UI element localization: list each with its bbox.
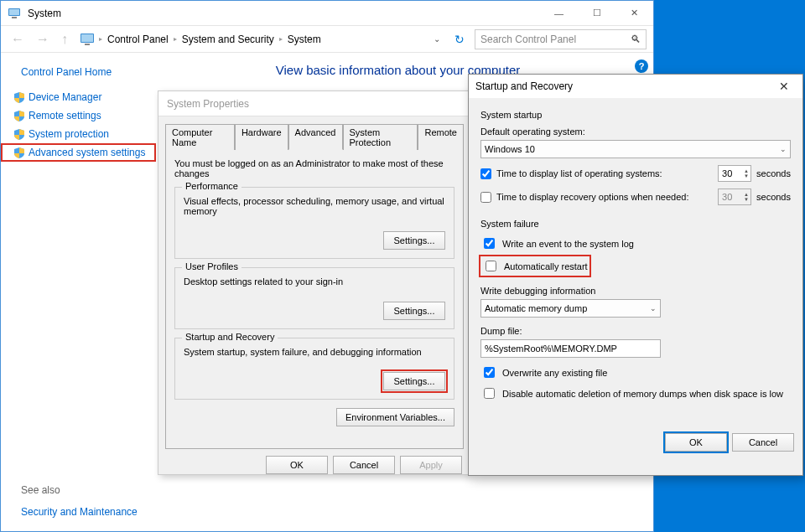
sidebar-item-device-manager[interactable]: Device Manager — [1, 88, 156, 106]
shield-icon — [14, 129, 24, 140]
dialog-title: System Properties — [158, 91, 470, 116]
default-os-select[interactable]: Windows 10 ⌄ — [480, 140, 791, 158]
close-button[interactable]: ✕ — [615, 1, 653, 25]
sidebar-item-system-protection[interactable]: System protection — [1, 125, 156, 143]
apply-button[interactable]: Apply — [400, 456, 462, 474]
user-profiles-group: User Profiles Desktop settings related t… — [174, 267, 454, 329]
breadcrumb-item[interactable]: System and Security — [182, 34, 274, 45]
sidebar: Control Panel Home Device Manager Remote… — [1, 53, 156, 531]
startup-recovery-dialog: Startup and Recovery ✕ System startup De… — [468, 74, 803, 476]
tab-remote[interactable]: Remote — [418, 124, 464, 150]
tab-hardware[interactable]: Hardware — [235, 124, 288, 150]
chevron-down-icon: ⌄ — [650, 304, 657, 312]
monitor-icon — [8, 7, 21, 20]
system-startup-group: System startup Default operating system:… — [480, 110, 791, 205]
user-profiles-settings-button[interactable]: Settings... — [383, 302, 445, 320]
tab-computer-name[interactable]: Computer Name — [165, 124, 235, 150]
write-debug-select[interactable]: Automatic memory dump ⌄ — [480, 299, 661, 318]
auto-restart-checkbox[interactable] — [486, 261, 496, 271]
startup-recovery-settings-button[interactable]: Settings... — [383, 372, 445, 390]
breadcrumb-item[interactable]: System — [288, 34, 321, 45]
cancel-button[interactable]: Cancel — [732, 433, 794, 452]
dump-file-input[interactable]: %SystemRoot%\MEMORY.DMP — [480, 339, 661, 358]
shield-icon — [14, 111, 24, 121]
performance-settings-button[interactable]: Settings... — [383, 231, 445, 250]
system-failure-group: System failure Write an event to the sys… — [480, 219, 791, 401]
write-event-checkbox[interactable] — [484, 238, 495, 249]
cancel-button[interactable]: Cancel — [333, 456, 395, 474]
sidebar-item-remote-settings[interactable]: Remote settings — [1, 106, 156, 125]
titlebar: System — ☐ ✕ — [1, 1, 653, 26]
shield-icon — [14, 147, 24, 158]
search-input[interactable]: Search Control Panel 🔍︎ — [475, 29, 647, 49]
breadcrumb[interactable]: ▸ Control Panel ▸ System and Security ▸ … — [76, 29, 444, 49]
breadcrumb-item[interactable]: Control Panel — [107, 34, 169, 45]
see-also-heading: See also — [21, 484, 138, 496]
time-recovery-checkbox[interactable] — [480, 192, 491, 203]
control-panel-home-link[interactable]: Control Panel Home — [1, 66, 156, 88]
breadcrumb-dropdown[interactable]: ⌄ — [434, 34, 440, 44]
help-icon[interactable]: ? — [635, 59, 648, 73]
time-list-checkbox[interactable] — [480, 168, 491, 179]
svg-rect-1 — [9, 9, 19, 15]
tab-panel: You must be logged on as an Administrato… — [165, 149, 464, 449]
admin-note: You must be logged on as an Administrato… — [174, 158, 454, 178]
ok-button[interactable]: OK — [266, 456, 328, 474]
performance-group: Performance Visual effects, processor sc… — [174, 187, 454, 259]
time-recovery-spinner[interactable]: 30 ▲▼ — [718, 189, 751, 205]
system-properties-dialog: System Properties Computer Name Hardware… — [158, 90, 471, 475]
tab-system-protection[interactable]: System Protection — [343, 124, 418, 150]
security-maintenance-link[interactable]: Security and Maintenance — [21, 506, 138, 518]
auto-restart-row: Automatically restart — [480, 256, 589, 276]
dialog-title: Startup and Recovery — [475, 80, 772, 92]
shield-icon — [14, 92, 24, 103]
disable-delete-checkbox[interactable] — [484, 388, 495, 399]
environment-variables-button[interactable]: Environment Variables... — [336, 408, 454, 426]
navbar: ← → ↑ ▸ Control Panel ▸ System and Secur… — [1, 26, 653, 53]
dialog-titlebar: Startup and Recovery ✕ — [469, 75, 802, 98]
time-list-spinner[interactable]: 30 ▲▼ — [718, 165, 751, 182]
sidebar-item-advanced-system-settings[interactable]: Advanced system settings — [1, 143, 156, 162]
startup-recovery-group: Startup and Recovery System startup, sys… — [174, 338, 454, 400]
tab-advanced[interactable]: Advanced — [288, 124, 343, 150]
minimize-button[interactable]: — — [540, 1, 578, 25]
svg-rect-4 — [81, 34, 93, 42]
maximize-button[interactable]: ☐ — [578, 1, 615, 25]
search-icon: 🔍︎ — [631, 34, 641, 45]
back-button[interactable]: ← — [8, 32, 28, 47]
ok-button[interactable]: OK — [665, 433, 727, 452]
close-button[interactable]: ✕ — [772, 80, 796, 93]
refresh-button[interactable]: ↻ — [449, 33, 470, 46]
tabstrip: Computer Name Hardware Advanced System P… — [165, 123, 464, 149]
up-button[interactable]: ↑ — [58, 32, 71, 47]
monitor-icon — [80, 34, 94, 45]
forward-button[interactable]: → — [33, 32, 53, 47]
svg-rect-5 — [85, 44, 90, 45]
chevron-down-icon: ⌄ — [780, 145, 787, 153]
svg-rect-2 — [12, 17, 17, 18]
window-title: System — [28, 8, 540, 19]
overwrite-checkbox[interactable] — [484, 367, 495, 378]
